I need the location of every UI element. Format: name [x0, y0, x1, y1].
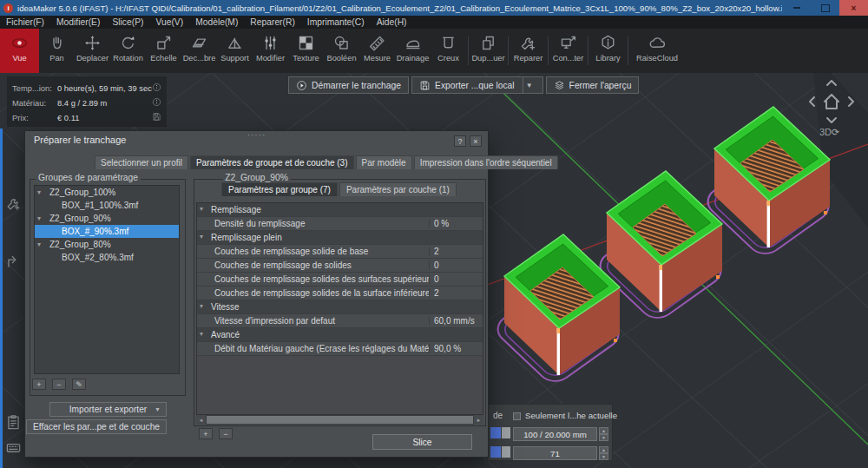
- remove-group-button[interactable]: −: [52, 379, 66, 390]
- wrench-icon[interactable]: [5, 195, 22, 215]
- menu-item-modifiere[interactable]: Modifier(E): [50, 17, 106, 27]
- layer-count-stepper[interactable]: ▲▼: [599, 446, 608, 460]
- tool-library[interactable]: Library: [590, 29, 626, 73]
- param-item-row[interactable]: Densité du remplissage0 %: [197, 217, 483, 231]
- keyboard-icon[interactable]: [5, 439, 22, 459]
- layer-height-stepper[interactable]: ▲▼: [599, 427, 608, 441]
- scroll-right-button[interactable]: ▸: [474, 415, 483, 425]
- menu-item-fichierf[interactable]: Fichier(F): [0, 17, 50, 27]
- list-item-box-1-100-3mf[interactable]: BOX_#1_100%.3mf: [35, 199, 179, 212]
- param-item-row[interactable]: Couches de remplissage solide de base2: [197, 245, 483, 259]
- layer-count-slider-handle-grey[interactable]: [502, 446, 510, 458]
- menu-item-aideh[interactable]: Aide(H): [371, 17, 413, 27]
- tool-label: Con...ter: [553, 54, 584, 63]
- param-section-row[interactable]: Remplissage plein: [197, 231, 483, 245]
- layer-count-spinbox[interactable]: 71: [513, 446, 597, 460]
- tool-deplacer[interactable]: Deplacer: [75, 29, 110, 73]
- dialog-grip[interactable]: ·····: [247, 130, 266, 140]
- edit-group-button[interactable]: ✎: [72, 379, 86, 390]
- list-item-box-2-80-3mf[interactable]: BOX_#2_80%.3mf: [35, 251, 179, 264]
- save-icon: [419, 80, 431, 91]
- param-item-row[interactable]: Couches de remplissage solides des surfa…: [197, 273, 483, 287]
- tab-param-tres-par-groupe-7-[interactable]: Paramètres par groupe (7): [221, 182, 338, 196]
- list-item-z2-group-100-[interactable]: Z2_Group_100%: [35, 186, 179, 199]
- share-arrow-icon[interactable]: [5, 254, 22, 274]
- tool-support[interactable]: Support: [217, 29, 253, 73]
- param-value[interactable]: 90,0 %: [429, 344, 483, 353]
- param-section-row[interactable]: Avancé: [197, 328, 483, 342]
- rotate-3d-control[interactable]: 3D⟳: [819, 127, 839, 138]
- list-item-box-90-3mf[interactable]: BOX_#_90%.3mf: [35, 225, 179, 238]
- param-value[interactable]: 2: [429, 247, 483, 256]
- tool-decbre[interactable]: Dec...bre: [181, 29, 217, 73]
- tool-modifier[interactable]: Modifier: [253, 29, 288, 73]
- tool-conter[interactable]: Con...ter: [550, 29, 586, 73]
- slice-button[interactable]: Slice: [372, 434, 472, 450]
- scroll-left-button[interactable]: ◂: [196, 415, 206, 425]
- layer-height-spinbox[interactable]: 100 / 20.000 mm: [513, 427, 597, 441]
- maximize-button[interactable]: [811, 0, 839, 16]
- param-section-row[interactable]: Remplissage: [197, 203, 483, 217]
- export-dropdown-arrow[interactable]: ▼: [523, 77, 536, 93]
- param-value[interactable]: 0: [429, 274, 483, 284]
- list-item-z2-group-90-[interactable]: Z2_Group_90%: [35, 212, 179, 225]
- tool-pan[interactable]: Pan: [39, 29, 75, 73]
- param-item-row[interactable]: Vitesse d'impression par defaut60,0 mm/s: [197, 314, 483, 328]
- save-icon[interactable]: [152, 112, 161, 123]
- menu-item-modlem[interactable]: Modèle(M): [189, 17, 244, 27]
- print-stats-panel: Temp...ion:0 heure(s), 59 min, 39 secMat…: [7, 76, 167, 127]
- tool-vue[interactable]: Vue: [0, 29, 39, 73]
- scrollbar-thumb[interactable]: [207, 416, 473, 424]
- list-item-z2-group-80-[interactable]: Z2_Group_80%: [35, 238, 179, 251]
- menu-item-slicep[interactable]: Slice(P): [106, 17, 149, 27]
- tab-param-tres-par-couche-1-[interactable]: Paramètres par couche (1): [339, 182, 457, 196]
- param-value[interactable]: 2: [429, 288, 483, 298]
- menu-item-vuev[interactable]: Vue(V): [149, 17, 189, 27]
- parameters-hscrollbar[interactable]: ◂ ▸: [196, 415, 483, 425]
- param-item-row[interactable]: Couches de remplissage de solides0: [197, 259, 483, 273]
- start-slicing-button[interactable]: Démarrer le tranchage: [288, 76, 409, 94]
- stat-value: 8.4 g / 2.89 m: [57, 98, 152, 108]
- menu-item-reparerr[interactable]: Reparer(R): [244, 17, 301, 27]
- param-value[interactable]: 0 %: [429, 219, 483, 228]
- layer-count-slider-handle-blue[interactable]: [490, 446, 501, 458]
- param-section-row[interactable]: Vitesse: [197, 300, 483, 314]
- tool-creux[interactable]: Creux: [431, 29, 466, 73]
- parameter-groups-list[interactable]: Z2_Group_100%BOX_#1_100%.3mfZ2_Group_90%…: [34, 185, 180, 374]
- tool-dupuer[interactable]: Dup...uer: [470, 29, 506, 73]
- add-param-button[interactable]: +: [199, 428, 213, 439]
- tool-drainage[interactable]: Drainage: [395, 29, 431, 73]
- export-local-button[interactable]: Exporter ...que local ▼: [411, 76, 543, 94]
- clipboard-list-icon[interactable]: [5, 414, 22, 434]
- add-group-button[interactable]: +: [32, 379, 46, 390]
- tab-par-mod-le[interactable]: Par modèle: [356, 155, 412, 169]
- parameters-table[interactable]: RemplissageDensité du remplissage0 %Remp…: [196, 202, 483, 415]
- tab-impression-dans-l-ordre-s-quentiel[interactable]: Impression dans l'ordre séquentiel: [414, 155, 558, 169]
- tool-echelle[interactable]: Echelle: [146, 29, 181, 73]
- layer-slider-handle-blue[interactable]: [490, 427, 501, 438]
- tab-selectionner-un-profil[interactable]: Selectionner un profil: [95, 155, 188, 169]
- clear-params-button[interactable]: Effacer les par...pe et de couche: [26, 419, 167, 434]
- layer-slider-handle-grey[interactable]: [502, 427, 510, 438]
- param-item-row[interactable]: Couches de remplissage solides de la sur…: [197, 287, 483, 300]
- tab-param-tres-de-groupe-et-de-couche-3-[interactable]: Paramètres de groupe et de couche (3): [190, 155, 354, 169]
- close-button[interactable]: ×: [839, 0, 868, 16]
- tool-texture[interactable]: Texture: [288, 29, 324, 73]
- param-value[interactable]: 60,0 mm/s: [429, 316, 483, 326]
- minimize-button[interactable]: [782, 0, 811, 16]
- param-value[interactable]: 0: [429, 260, 483, 270]
- only-current-layer-checkbox[interactable]: [513, 412, 521, 420]
- param-item-row[interactable]: Débit du Matériau gauche (Ecrase les rég…: [197, 342, 483, 356]
- tool-raisecloud[interactable]: RaiseCloud: [630, 29, 684, 73]
- close-preview-button[interactable]: Fermer l'aperçu: [546, 76, 640, 94]
- dialog-help-button[interactable]: ?: [454, 135, 466, 147]
- tool-mesure[interactable]: Mesure: [359, 29, 395, 73]
- tool-rotation[interactable]: Rotation: [110, 29, 146, 73]
- view-navigation[interactable]: [804, 78, 859, 129]
- menu-item-imprimantec[interactable]: Imprimante(C): [301, 17, 371, 27]
- tool-reparer[interactable]: Reparer: [510, 29, 546, 73]
- remove-param-button[interactable]: −: [219, 428, 233, 439]
- tool-boolen[interactable]: Booléen: [324, 29, 359, 73]
- import-export-button[interactable]: Importer et exporter ▼: [49, 402, 167, 417]
- dialog-close-button[interactable]: ×: [470, 135, 482, 147]
